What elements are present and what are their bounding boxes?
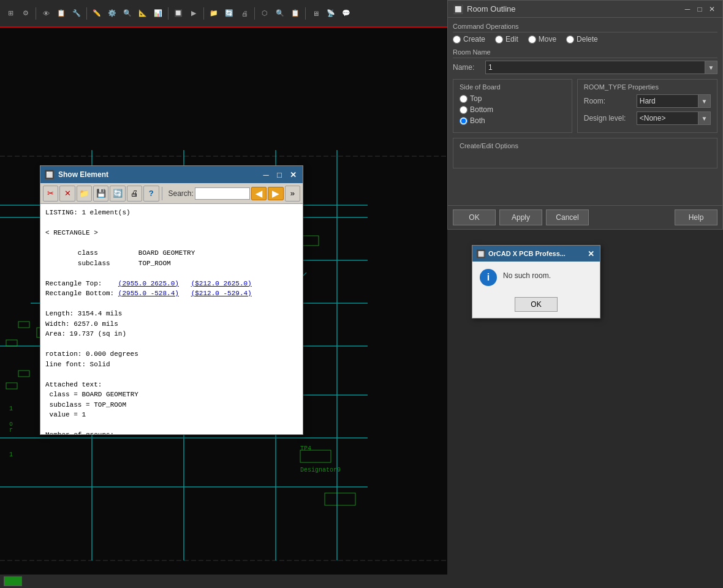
se-folder-btn[interactable]: 📁 — [77, 186, 92, 202]
attached-header: Attached text: — [45, 380, 298, 390]
toolbar-icon-15[interactable]: 🖨 — [238, 7, 251, 20]
rect-bottom-link2[interactable]: ($212.0 -529.4) — [191, 290, 252, 297]
cancel-button[interactable]: Cancel — [546, 209, 589, 225]
toolbar-icon-4[interactable]: 📋 — [55, 7, 68, 20]
name-field-label: Name: — [453, 63, 480, 72]
name-dropdown-btn[interactable]: ▼ — [705, 61, 717, 74]
search-label: Search: — [168, 189, 193, 198]
orcad-close-btn[interactable]: ✕ — [585, 249, 596, 258]
orcad-ok-button[interactable]: OK — [515, 297, 558, 312]
both-option[interactable]: Both — [460, 116, 566, 125]
room-outline-titlebar[interactable]: 🔲 Room Outline ─ □ ✕ — [448, 1, 722, 18]
show-element-minimize-btn[interactable]: ─ — [260, 169, 272, 180]
room-name-section-label: Room Name — [453, 48, 717, 58]
info-icon: i — [480, 269, 497, 286]
bottom-option[interactable]: Bottom — [460, 105, 566, 114]
toolbar-icon-12[interactable]: ▶ — [187, 7, 200, 20]
move-option[interactable]: Move — [528, 35, 556, 43]
room-outline-restore-btn[interactable]: □ — [694, 4, 705, 14]
delete-radio[interactable] — [566, 36, 574, 43]
toolbar-icon-10[interactable]: 📊 — [151, 7, 165, 20]
room-select[interactable]: Hard — [637, 94, 698, 108]
room-outline-close-btn[interactable]: ✕ — [706, 4, 717, 14]
both-radio[interactable] — [460, 117, 467, 125]
bottom-radio[interactable] — [460, 106, 467, 114]
toolbar-icon-20[interactable]: 📡 — [324, 7, 338, 20]
toolbar-icon-11[interactable]: 🔲 — [172, 7, 185, 20]
name-input[interactable]: 1 — [485, 61, 705, 74]
toolbar-icon-1[interactable]: ⊞ — [4, 7, 17, 20]
create-option[interactable]: Create — [453, 35, 485, 43]
show-element-close-btn[interactable]: ✕ — [287, 169, 299, 180]
apply-button[interactable]: Apply — [499, 209, 542, 225]
toolbar-icon-3[interactable]: 👁 — [39, 7, 53, 20]
listing-text: LISTING: 1 element(s) — [45, 208, 298, 218]
rect-bottom-row: Rectangle Bottom: (2955.0 -528.4) ($212.… — [45, 288, 298, 299]
se-next-btn[interactable]: ▶ — [268, 187, 283, 200]
orcad-body: i No such room. — [472, 262, 600, 293]
se-x-btn[interactable]: ✕ — [59, 186, 75, 202]
toolbar-icon-9[interactable]: 📐 — [136, 7, 150, 20]
se-refresh-btn[interactable]: 🔄 — [110, 186, 125, 202]
toolbar-sep-5 — [254, 7, 255, 20]
design-level-dropdown-btn[interactable]: ▼ — [698, 111, 711, 125]
room-outline-panel: 🔲 Room Outline ─ □ ✕ Command Operations … — [447, 0, 723, 230]
rect-top-link1[interactable]: (2955.0 2625.0) — [118, 280, 179, 287]
design-level-select[interactable]: <None> — [637, 111, 698, 125]
toolbar-icon-21[interactable]: 💬 — [339, 7, 353, 20]
class-row: class BOARD GEOMETRY — [45, 248, 298, 258]
ok-button[interactable]: OK — [453, 209, 496, 225]
top-radio[interactable] — [460, 95, 467, 103]
se-extra-btn[interactable]: » — [285, 186, 300, 202]
room-dropdown-btn[interactable]: ▼ — [698, 94, 711, 108]
show-element-window: 🔲 Show Element ─ □ ✕ ✂ ✕ 📁 💾 🔄 🖨 ? Searc… — [40, 165, 303, 435]
se-save-btn[interactable]: 💾 — [93, 186, 108, 202]
svg-rect-24 — [6, 340, 17, 346]
create-edit-section: Create/Edit Options — [453, 138, 717, 168]
command-ops-label: Command Operations — [453, 23, 717, 32]
rect-bottom-link1[interactable]: (2955.0 -528.4) — [118, 290, 179, 297]
side-of-board-section: Side of Board Top Bottom Both — [453, 79, 572, 133]
rect-top-link2[interactable]: ($212.0 2625.0) — [191, 280, 252, 287]
toolbar-icon-7[interactable]: ⚙️ — [105, 7, 119, 20]
edit-option[interactable]: Edit — [495, 35, 518, 43]
svg-rect-23 — [18, 322, 29, 328]
room-outline-minimize-btn[interactable]: ─ — [682, 4, 693, 14]
show-element-titlebar[interactable]: 🔲 Show Element ─ □ ✕ — [40, 166, 303, 183]
create-edit-label: Create/Edit Options — [460, 142, 711, 149]
room-select-wrapper: Hard ▼ — [637, 94, 711, 108]
toolbar-icon-13[interactable]: 📁 — [207, 7, 221, 20]
toolbar-sep-1 — [36, 7, 36, 20]
toolbar-icon-17[interactable]: 🔍 — [273, 7, 287, 20]
toolbar-icon-14[interactable]: 🔄 — [222, 7, 236, 20]
se-help-btn[interactable]: ? — [143, 186, 159, 202]
bottom-label: Bottom — [470, 105, 493, 114]
toolbar-icon-8[interactable]: 🔍 — [121, 7, 134, 20]
top-option[interactable]: Top — [460, 94, 566, 103]
toolbar-icon-16[interactable]: ⬡ — [258, 7, 271, 20]
help-button[interactable]: Help — [675, 209, 717, 225]
se-scissors-btn[interactable]: ✂ — [43, 186, 58, 202]
toolbar-icon-6[interactable]: ✏️ — [90, 7, 104, 20]
search-input[interactable] — [195, 187, 250, 200]
toolbar-icon-18[interactable]: 📋 — [289, 7, 302, 20]
orcad-title: OrCAD X PCB Profess... — [488, 250, 566, 257]
edit-radio[interactable] — [495, 36, 503, 43]
orcad-titlebar[interactable]: 🔲 OrCAD X PCB Profess... ✕ — [472, 246, 600, 262]
toolbar-icon-19[interactable]: 🖥 — [309, 7, 322, 20]
toolbar-icon-5[interactable]: 🔧 — [70, 7, 83, 20]
create-radio[interactable] — [453, 36, 461, 43]
delete-option[interactable]: Delete — [566, 35, 598, 43]
delete-label: Delete — [577, 35, 598, 43]
se-print-btn[interactable]: 🖨 — [127, 186, 142, 202]
show-element-maximize-btn[interactable]: □ — [273, 169, 286, 180]
toolbar-icon-2[interactable]: ⚙ — [19, 7, 32, 20]
line-font-line: line font: Solid — [45, 360, 298, 370]
btn-group-right: Help — [675, 209, 717, 225]
se-prev-btn[interactable]: ◀ — [251, 187, 267, 200]
rotation-line: rotation: 0.000 degrees — [45, 349, 298, 360]
subclass-row: subclass TOP_ROOM — [45, 258, 298, 269]
rect-top-row: Rectangle Top: (2955.0 2625.0) ($212.0 2… — [45, 279, 298, 289]
move-radio[interactable] — [528, 36, 536, 43]
status-indicator — [4, 576, 22, 586]
